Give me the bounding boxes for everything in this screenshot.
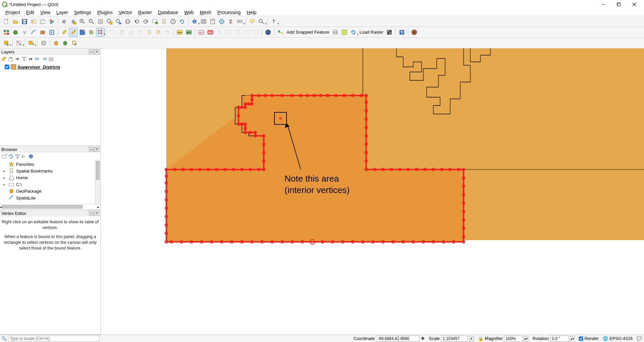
temporal-icon[interactable] bbox=[169, 17, 177, 26]
rotation-stepper[interactable]: ▴▾ bbox=[570, 336, 575, 341]
statistics-icon[interactable]: Σ bbox=[226, 17, 235, 26]
undock-vertex-button[interactable]: ▭ bbox=[89, 211, 94, 216]
select-by-expression-icon[interactable]: ε▾ bbox=[27, 39, 36, 47]
layer-name-label[interactable]: Supervisor_Districts bbox=[17, 65, 60, 70]
zoom-selection-icon[interactable] bbox=[105, 17, 114, 26]
data-source-manager-icon[interactable] bbox=[2, 28, 11, 37]
layer-collapse-icon[interactable] bbox=[42, 56, 47, 62]
magnifier-input[interactable] bbox=[504, 336, 522, 342]
browser-item-home[interactable]: ▸Home bbox=[1, 174, 99, 181]
refresh-icon[interactable] bbox=[178, 17, 186, 26]
print-icon[interactable] bbox=[331, 28, 340, 37]
close-button[interactable] bbox=[627, 0, 642, 9]
browser-refresh-icon[interactable] bbox=[8, 154, 13, 159]
plugin-world-icon[interactable] bbox=[264, 28, 272, 37]
processing-toolbox-icon[interactable] bbox=[217, 17, 226, 26]
close-browser-button[interactable]: ✕ bbox=[94, 147, 99, 152]
browser-item-bookmarks[interactable]: ▸Spatial Bookmarks bbox=[1, 167, 99, 174]
menu-raster[interactable]: Raster bbox=[135, 9, 155, 16]
toggle-editing-icon[interactable] bbox=[69, 28, 78, 37]
new-spatialite-icon[interactable] bbox=[29, 28, 38, 37]
browser-properties-icon[interactable]: i bbox=[28, 154, 34, 159]
menu-vector[interactable]: Vector bbox=[116, 9, 135, 16]
label-tool-abc1-icon[interactable]: abc bbox=[175, 28, 184, 37]
maximize-button[interactable] bbox=[611, 0, 627, 9]
text-annotation-icon[interactable]: T▾ bbox=[269, 17, 278, 26]
field-calculator-icon[interactable] bbox=[208, 17, 217, 26]
minimize-button[interactable] bbox=[596, 0, 611, 9]
browser-item-spatialite[interactable]: SpatiaLite bbox=[1, 194, 99, 201]
new-geopackage-icon[interactable] bbox=[11, 28, 20, 37]
measure-icon[interactable]: ▾ bbox=[235, 17, 244, 26]
browser-item-favorites[interactable]: Favorites bbox=[1, 161, 99, 167]
map-canvas[interactable]: Note this area (interior vertices) bbox=[101, 48, 644, 335]
zoom-last-icon[interactable] bbox=[132, 17, 141, 26]
new-project-icon[interactable] bbox=[2, 17, 11, 26]
browser-item-cdrive[interactable]: ▸C:\ bbox=[1, 181, 99, 188]
zoom-full-icon[interactable] bbox=[96, 17, 105, 26]
new-shapefile-icon[interactable]: V bbox=[20, 28, 29, 37]
mesh-tools-icon[interactable] bbox=[70, 39, 79, 47]
undock-browser-button[interactable]: ▭ bbox=[89, 147, 94, 152]
magnifier-stepper[interactable]: ▴▾ bbox=[524, 336, 528, 341]
label-tool-abc4-icon[interactable]: abc bbox=[206, 28, 215, 37]
undock-panel-button[interactable]: ▭ bbox=[89, 49, 94, 54]
save-project-icon[interactable] bbox=[20, 17, 29, 26]
layer-style-icon[interactable] bbox=[1, 56, 7, 62]
layer-filter-icon[interactable] bbox=[22, 56, 27, 62]
menu-processing[interactable]: Processing bbox=[215, 9, 243, 16]
save-edits-icon[interactable] bbox=[78, 28, 87, 37]
coordinate-toggle-icon[interactable]: ✥ bbox=[421, 336, 425, 341]
browser-item-geopackage[interactable]: GeoPackage bbox=[1, 188, 99, 194]
crs-icon[interactable]: 🌐 bbox=[603, 336, 608, 341]
zoom-native-icon[interactable]: 1:1 bbox=[123, 17, 132, 26]
zoom-out-icon[interactable] bbox=[87, 17, 96, 26]
menu-project[interactable]: Project bbox=[3, 9, 23, 16]
new-memory-layer-icon[interactable] bbox=[47, 28, 56, 37]
layer-expression-icon[interactable]: ε▾ bbox=[28, 56, 34, 62]
new-bookmark-icon[interactable] bbox=[160, 17, 168, 26]
pan-icon[interactable] bbox=[60, 17, 69, 26]
map-tips-icon[interactable] bbox=[248, 17, 257, 26]
python-console-icon[interactable] bbox=[276, 28, 285, 37]
layer-visibility-icon[interactable] bbox=[15, 56, 20, 62]
style-manager-icon[interactable] bbox=[47, 17, 56, 26]
layer-expand-icon[interactable] bbox=[35, 56, 40, 62]
messages-icon[interactable]: 💬 bbox=[637, 336, 642, 341]
open-project-icon[interactable] bbox=[11, 17, 20, 26]
browser-hscroll-thumb[interactable] bbox=[2, 205, 83, 208]
menu-layer[interactable]: Layer bbox=[54, 9, 71, 16]
zoom-next-icon[interactable] bbox=[141, 17, 150, 26]
new-virtual-layer-icon[interactable] bbox=[38, 28, 47, 37]
layout-manager-icon[interactable] bbox=[38, 17, 47, 26]
current-edits-icon[interactable] bbox=[60, 28, 69, 37]
zoom-in-icon[interactable] bbox=[78, 17, 87, 26]
deselect-icon[interactable]: ▾ bbox=[14, 39, 23, 47]
rotation-input[interactable] bbox=[550, 336, 569, 342]
menu-mesh[interactable]: Mesh bbox=[197, 9, 214, 16]
browser-filter-icon[interactable] bbox=[15, 154, 20, 159]
crs-label[interactable]: EPSG:4326 bbox=[609, 336, 633, 341]
layer-visibility-checkbox[interactable] bbox=[5, 65, 9, 69]
menu-plugins[interactable]: Plugins bbox=[94, 9, 115, 16]
scale-input[interactable] bbox=[441, 336, 468, 342]
menu-web[interactable]: Web bbox=[181, 9, 197, 16]
layer-remove-icon[interactable] bbox=[48, 56, 54, 62]
add-feature-icon[interactable] bbox=[87, 28, 96, 37]
refresh-blue-icon[interactable]: ▾ bbox=[349, 28, 358, 37]
raster-icon[interactable] bbox=[385, 28, 394, 37]
pan-to-selection-icon[interactable] bbox=[69, 17, 78, 26]
menu-database[interactable]: Database bbox=[155, 9, 181, 16]
zoom-layer-icon[interactable] bbox=[114, 17, 123, 26]
new-map-view-icon[interactable] bbox=[151, 17, 159, 26]
label-tool-abc3-icon[interactable]: abc bbox=[197, 28, 206, 37]
attribute-table-icon[interactable] bbox=[199, 17, 208, 26]
scroll-right-button[interactable]: ▸ bbox=[96, 205, 100, 209]
database-icon[interactable] bbox=[39, 39, 48, 47]
menu-help[interactable]: Help bbox=[244, 9, 259, 16]
locator-input[interactable] bbox=[8, 336, 99, 342]
mesh-calc-icon[interactable] bbox=[52, 39, 60, 47]
browser-add-icon[interactable]: + bbox=[1, 154, 7, 159]
select-features-icon[interactable]: ▾ bbox=[2, 39, 11, 47]
plugin-red-circle-icon[interactable] bbox=[410, 28, 419, 37]
